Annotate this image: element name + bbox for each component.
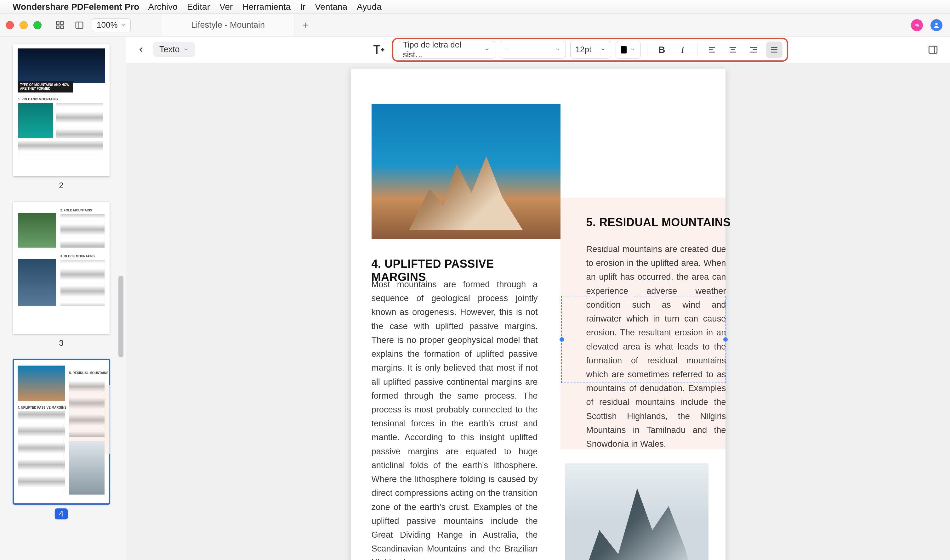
text-format-cluster: Tipo de letra del sist… - 12pt B I: [392, 38, 788, 62]
page-thumbnail-4[interactable]: 5. RESIDUAL MOUNTAINS 4. UPLIFTED PASSIV…: [13, 359, 109, 504]
properties-panel-toggle-icon[interactable]: [925, 42, 941, 58]
thumbnails-grid-icon[interactable]: [53, 18, 67, 32]
chevron-down-icon: [630, 45, 635, 54]
page-thumbnails-panel: TYPE OF MOUNTAINS AND HOW ARE THEY FORME…: [0, 37, 126, 560]
svg-rect-2: [56, 26, 59, 29]
account-icon[interactable]: [930, 19, 942, 31]
bold-button[interactable]: B: [654, 42, 670, 58]
menu-ir[interactable]: Ir: [300, 2, 305, 12]
font-style-value: -: [505, 45, 508, 54]
menu-archivo[interactable]: Archivo: [148, 2, 177, 12]
color-swatch: [621, 46, 627, 54]
divider: [647, 43, 648, 56]
svg-rect-1: [61, 22, 63, 24]
svg-rect-19: [929, 46, 937, 53]
app-name[interactable]: Wondershare PDFelement Pro: [12, 2, 139, 12]
chevron-down-icon: [120, 20, 126, 30]
thumb3-sub1: 2. FOLD MOUNTAINS: [60, 209, 92, 212]
align-left-button[interactable]: [704, 42, 720, 58]
menu-herramienta[interactable]: Herramienta: [242, 2, 291, 12]
edit-mode-dropdown[interactable]: Texto: [153, 42, 195, 57]
thumb2-sub: 1. VOLCANIC MOUNTAINS: [18, 97, 58, 101]
font-size-dropdown[interactable]: 12pt: [570, 41, 611, 58]
add-text-icon[interactable]: [370, 42, 386, 58]
document-page-4[interactable]: 4. UPLIFTED PASSIVE MARGINS Most mountai…: [351, 69, 725, 560]
back-button[interactable]: [135, 43, 147, 56]
window-zoom-button[interactable]: [33, 21, 42, 29]
menu-ver[interactable]: Ver: [219, 2, 233, 12]
font-family-dropdown[interactable]: Tipo de letra del sist…: [398, 41, 495, 58]
page-number-2: 2: [9, 181, 113, 190]
font-family-value: Tipo de letra del sist…: [403, 40, 481, 60]
zoom-value: 100%: [97, 20, 118, 30]
font-style-dropdown[interactable]: -: [500, 41, 566, 58]
chevron-down-icon: [484, 45, 490, 54]
body-section-5[interactable]: Residual mountains are created due to er…: [586, 242, 726, 451]
new-tab-button[interactable]: +: [295, 14, 316, 36]
document-tab[interactable]: Lifestyle - Mountain: [162, 14, 295, 36]
align-justify-button[interactable]: [766, 42, 782, 58]
window-close-button[interactable]: [6, 21, 14, 29]
font-size-value: 12pt: [575, 45, 592, 54]
macos-menubar: Wondershare PDFelement Pro Archivo Edita…: [0, 0, 950, 14]
page-image-mountain-grey[interactable]: [565, 463, 708, 560]
svg-point-6: [935, 23, 938, 25]
format-toolbar: Texto Tipo de letra del sist… - 12pt: [126, 37, 950, 63]
page-number-3: 3: [9, 338, 113, 348]
page-image-mountain-sunset[interactable]: [372, 104, 560, 239]
document-canvas[interactable]: 4. UPLIFTED PASSIVE MARGINS Most mountai…: [126, 63, 950, 560]
svg-rect-4: [76, 22, 83, 28]
page-thumbnail-2[interactable]: TYPE OF MOUNTAINS AND HOW ARE THEY FORME…: [13, 44, 109, 176]
menu-ventana[interactable]: Ventana: [315, 2, 347, 12]
page-number-4: 4: [54, 508, 68, 519]
sidebar-scrollbar[interactable]: [117, 37, 124, 560]
thumb2-title: TYPE OF MOUNTAINS AND HOW ARE THEY FORME…: [20, 83, 69, 90]
chevron-down-icon: [600, 45, 606, 54]
heading-section-5[interactable]: 5. RESIDUAL MOUNTAINS: [586, 216, 731, 229]
zoom-dropdown[interactable]: 100%: [92, 18, 131, 32]
body-section-4[interactable]: Most mountains are formed through a sequ…: [372, 277, 538, 560]
window-traffic-lights: [6, 21, 42, 29]
divider: [697, 43, 697, 56]
svg-rect-3: [61, 26, 63, 29]
tab-title: Lifestyle - Mountain: [191, 20, 265, 30]
document-tabbar: Lifestyle - Mountain +: [162, 14, 316, 36]
menu-editar[interactable]: Editar: [187, 2, 210, 12]
sidebar-scrollbar-thumb[interactable]: [119, 275, 123, 357]
thumb3-sub2: 3. BLOCK MOUNTAINS: [60, 254, 95, 258]
font-color-dropdown[interactable]: [615, 41, 641, 58]
sidebar-toggle-icon[interactable]: [72, 18, 86, 32]
window-minimize-button[interactable]: [20, 21, 28, 29]
italic-button[interactable]: I: [674, 42, 691, 58]
menu-ayuda[interactable]: Ayuda: [357, 2, 382, 12]
edit-mode-label: Texto: [159, 45, 180, 54]
chevron-down-icon: [555, 45, 560, 54]
promo-badge-icon[interactable]: %: [911, 19, 923, 31]
chevron-down-icon: [183, 45, 189, 54]
align-center-button[interactable]: [725, 42, 741, 58]
window-toolbar: 100% Lifestyle - Mountain + %: [0, 14, 950, 37]
svg-rect-0: [56, 22, 59, 24]
align-right-button[interactable]: [745, 42, 762, 58]
page-thumbnail-3[interactable]: 2. FOLD MOUNTAINS 3. BLOCK MOUNTAINS: [13, 202, 109, 334]
